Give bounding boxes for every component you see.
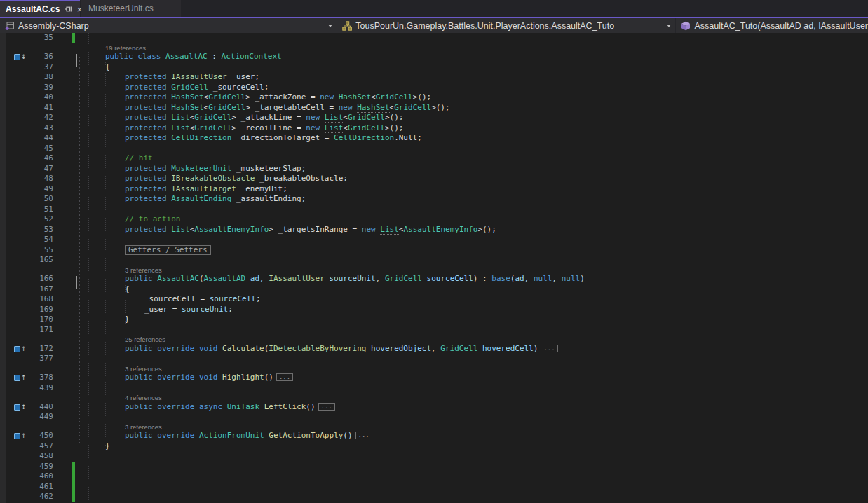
code-line[interactable]: public override ActionFromUnit GetAction…: [125, 431, 372, 441]
chevron-down-icon: [328, 25, 332, 27]
code-line[interactable]: protected GridCell _sourceCell;: [125, 83, 269, 93]
fold-chevron-icon[interactable]: [75, 433, 83, 441]
member-dropdown[interactable]: AssaultAC_Tuto(AssaultAD ad, IAssaultUse…: [676, 18, 868, 33]
codelens-link[interactable]: 3 references: [125, 365, 162, 373]
code-line[interactable]: {: [125, 284, 130, 295]
code-line[interactable]: _user = sourceUnit;: [144, 305, 233, 315]
chevron-down-icon: [667, 25, 671, 27]
code-line[interactable]: protected AssaultEnding _assaultEnding;: [125, 194, 306, 205]
code-row: 41protected HashSet<GridCell> _targetabl…: [0, 103, 868, 113]
code-row: 52// to action: [0, 214, 868, 225]
change-bar: [72, 33, 75, 43]
codelens-link[interactable]: 3 references: [125, 423, 162, 431]
code-row: 170}: [0, 315, 868, 325]
project-dropdown-label: Assembly-CSharp: [18, 21, 89, 31]
code-line[interactable]: {: [105, 62, 110, 73]
code-line[interactable]: public AssaultAC(AssaultAD ad, IAssaultU…: [125, 274, 585, 284]
fold-chevron-icon[interactable]: [75, 276, 83, 284]
code-line[interactable]: public override void Calculate(IDetectab…: [125, 344, 558, 354]
code-line[interactable]: public override void Highlight()...: [125, 373, 293, 383]
code-rows: 3519 references↕36public class AssaultAC…: [0, 33, 868, 502]
code-row: ↕36public class AssaultAC : ActionContex…: [0, 52, 868, 62]
line-number: 53: [20, 225, 53, 235]
line-number: 167: [20, 284, 53, 295]
code-line[interactable]: }: [125, 315, 130, 325]
collapsed-body-box[interactable]: ...: [276, 373, 293, 381]
code-row: 48protected IBreakableObstacle _breakabl…: [0, 174, 868, 184]
collapsed-region-box[interactable]: Getters / Setters: [125, 245, 211, 255]
code-line[interactable]: protected CellDirection _directionToTarg…: [125, 133, 422, 144]
code-line[interactable]: protected MusketeerUnit _musketeerSlap;: [125, 164, 306, 174]
pin-icon[interactable]: [64, 4, 72, 14]
line-number: 458: [20, 451, 53, 462]
codelens-row: 3 references: [0, 364, 868, 373]
tab-assaultac[interactable]: AssaultAC.cs ×: [0, 0, 80, 17]
codelens-row: 3 references: [0, 266, 868, 275]
line-number: 38: [20, 72, 53, 83]
member-dropdown-label: AssaultAC_Tuto(AssaultAD ad, IAssaultUse…: [694, 21, 868, 31]
code-line[interactable]: public class AssaultAC : ActionContext: [105, 52, 282, 62]
code-row: 167{: [0, 284, 868, 295]
line-number: 449: [20, 412, 53, 422]
line-number: 439: [20, 383, 53, 394]
fold-chevron-icon[interactable]: [75, 346, 83, 354]
line-number: 172: [20, 344, 53, 354]
line-number: 48: [20, 174, 53, 184]
project-dropdown[interactable]: Assembly-CSharp: [0, 18, 337, 33]
code-row: 461: [0, 482, 868, 492]
code-row: 50protected AssaultEnding _assaultEnding…: [0, 194, 868, 205]
line-number: 169: [20, 305, 53, 315]
codelens-link[interactable]: 3 references: [125, 266, 162, 274]
line-number: 457: [20, 441, 53, 452]
line-number: 450: [20, 431, 53, 441]
code-line[interactable]: // to action: [125, 214, 180, 225]
code-row: 37{: [0, 62, 868, 73]
code-line[interactable]: public override async UniTask LeftClick(…: [125, 402, 335, 413]
line-number: 37: [20, 62, 53, 73]
code-line[interactable]: _sourceCell = sourceCell;: [144, 294, 261, 305]
code-line[interactable]: protected List<GridCell> _recoilLine = n…: [125, 123, 403, 134]
tab-bar: AssaultAC.cs × MusketeerUnit.cs: [0, 0, 868, 17]
code-line[interactable]: protected List<GridCell> _attackLine = n…: [125, 113, 403, 123]
codelens-link[interactable]: 25 references: [125, 336, 165, 343]
tab-musketeerunit[interactable]: MusketeerUnit.cs: [81, 0, 181, 17]
line-number: 45: [20, 144, 53, 154]
code-line[interactable]: // hit: [125, 153, 153, 164]
codelens-link[interactable]: 19 references: [105, 44, 146, 52]
code-line[interactable]: }: [105, 441, 110, 452]
collapsed-body-box[interactable]: ...: [355, 432, 372, 439]
line-number: 49: [20, 184, 53, 195]
line-number: 41: [20, 103, 53, 113]
line-number: 378: [20, 373, 53, 383]
code-line[interactable]: protected IAssaultTarget _enemyHit;: [125, 184, 287, 195]
fold-chevron-icon[interactable]: [75, 247, 83, 256]
fold-chevron-icon[interactable]: [75, 375, 83, 383]
line-number: 166: [20, 274, 53, 284]
line-number: 460: [20, 471, 53, 482]
code-line[interactable]: protected HashSet<GridCell> _targetableC…: [125, 103, 450, 113]
type-dropdown[interactable]: TousPourUn.Gameplay.Battles.Unit.PlayerA…: [337, 18, 676, 33]
line-number: 39: [20, 83, 53, 93]
line-number: 165: [20, 255, 53, 266]
line-number: 462: [20, 492, 53, 502]
code-line[interactable]: protected IAssaultUser _user;: [125, 72, 259, 83]
line-number: 170: [20, 315, 53, 325]
line-number: 377: [20, 354, 53, 364]
code-line[interactable]: protected IBreakableObstacle _breakableO…: [125, 174, 348, 184]
code-row: 35: [0, 33, 868, 43]
code-row: ↕440public override async UniTask LeftCl…: [0, 402, 868, 413]
code-line[interactable]: protected List<AssaultEnemyInfo> _target…: [125, 225, 496, 235]
code-line[interactable]: protected HashSet<GridCell> _attackZone …: [125, 92, 431, 103]
collapsed-body-box[interactable]: ...: [318, 403, 335, 411]
codelens-link[interactable]: 4 references: [125, 394, 162, 401]
fold-chevron-icon[interactable]: [75, 404, 83, 413]
line-number: 42: [20, 113, 53, 123]
fold-chevron-icon[interactable]: [75, 54, 83, 62]
code-line[interactable]: Getters / Setters: [125, 245, 211, 256]
code-row: 44protected CellDirection _directionToTa…: [0, 133, 868, 144]
code-editor: 3519 references↕36public class AssaultAC…: [0, 33, 868, 503]
line-number: 47: [20, 164, 53, 174]
code-row: 45: [0, 144, 868, 154]
collapsed-body-box[interactable]: ...: [541, 345, 557, 352]
code-row: 40protected HashSet<GridCell> _attackZon…: [0, 92, 868, 103]
